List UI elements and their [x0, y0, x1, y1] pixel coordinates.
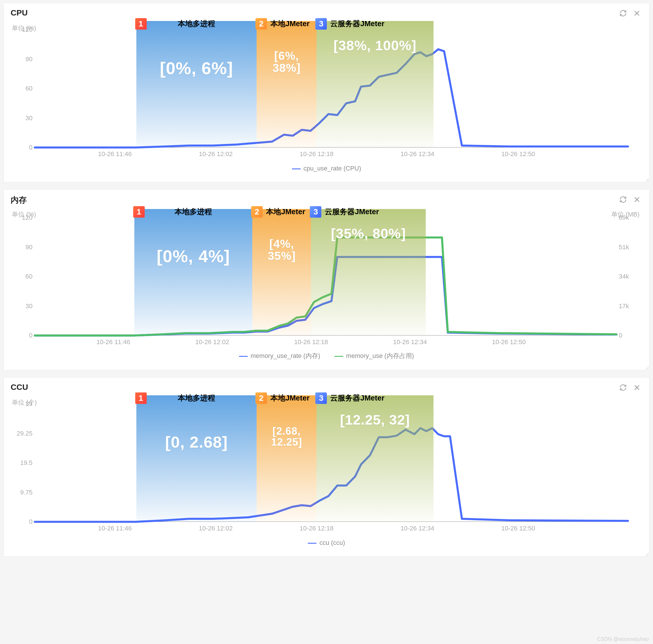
- legend-swatch: [335, 356, 343, 357]
- y-tick: 30: [26, 115, 32, 122]
- legend-swatch: [292, 169, 300, 169]
- resize-handle[interactable]: [644, 365, 649, 369]
- y-tick: 9.75: [20, 489, 32, 496]
- y-tick: 120: [22, 26, 32, 33]
- legend-item[interactable]: cpu_use_rate (CPU): [292, 165, 361, 172]
- x-ticks: 10-26 11:4610-26 12:0210-26 12:1810-26 1…: [35, 525, 628, 533]
- legend: ccu (ccu): [10, 539, 643, 547]
- x-tick: 10-26 12:02: [199, 150, 233, 158]
- plot[interactable]: 030609012010-26 11:4610-26 12:0210-26 12…: [35, 30, 628, 148]
- x-tick: 10-26 11:46: [96, 339, 130, 346]
- series-line: [35, 49, 628, 148]
- panel-tools: [619, 196, 640, 203]
- y-tick-right: 34k: [619, 273, 629, 280]
- y-tick: 0: [29, 144, 32, 151]
- series-line: [35, 238, 616, 336]
- panel-title: CCU: [10, 383, 643, 392]
- band-badge: 1: [133, 206, 145, 218]
- panel-cpu: CPU单位 (%)030609012010-26 11:4610-26 12:0…: [3, 3, 650, 182]
- legend-label: memory_use (内存占用): [346, 352, 414, 360]
- x-tick: 10-26 12:18: [300, 150, 333, 158]
- y-tick: 39: [26, 400, 32, 408]
- close-icon[interactable]: [633, 9, 640, 17]
- x-tick: 10-26 12:50: [501, 150, 535, 158]
- close-icon[interactable]: [633, 196, 640, 203]
- y-tick: 30: [26, 302, 32, 310]
- band-title: 本地多进程: [178, 19, 215, 29]
- band-title: 本地JMeter: [270, 19, 310, 29]
- resize-handle[interactable]: [644, 177, 649, 181]
- refresh-icon[interactable]: [619, 196, 627, 203]
- refresh-icon[interactable]: [619, 9, 627, 17]
- x-tick: 10-26 12:02: [199, 525, 233, 532]
- band-title: 云服务器JMeter: [325, 207, 379, 217]
- y-ticks: 0306090120: [15, 30, 32, 148]
- band-badge: 2: [256, 18, 267, 30]
- y-tick-right: 69k: [619, 214, 629, 221]
- legend-label: ccu (ccu): [319, 539, 345, 546]
- y-tick: 90: [26, 55, 32, 63]
- panel-tools: [619, 9, 640, 17]
- refresh-icon[interactable]: [619, 384, 627, 391]
- band-badge: 3: [310, 206, 321, 218]
- x-ticks: 10-26 11:4610-26 12:0210-26 12:1810-26 1…: [35, 339, 616, 346]
- x-tick: 10-26 12:50: [492, 339, 526, 346]
- panel-tools: [619, 384, 640, 391]
- legend-swatch: [239, 356, 248, 357]
- chart-area: 030609012010-26 11:4610-26 12:0210-26 12…: [10, 21, 643, 176]
- band-badge: 1: [135, 18, 147, 30]
- legend: memory_use_rate (内存)memory_use (内存占用): [10, 352, 643, 360]
- y-tick-right: 17k: [619, 302, 629, 310]
- panel-title: CPU: [10, 8, 643, 18]
- y-tick: 29.25: [17, 430, 32, 437]
- series-line: [35, 428, 628, 522]
- x-tick: 10-26 12:18: [300, 525, 333, 532]
- y-tick: 60: [26, 85, 32, 92]
- band-title: 本地JMeter: [270, 393, 310, 403]
- x-ticks: 10-26 11:4610-26 12:0210-26 12:1810-26 1…: [35, 150, 628, 158]
- y-ticks: 09.7519.529.2539: [15, 404, 32, 522]
- close-icon[interactable]: [633, 384, 640, 391]
- plot[interactable]: 0306090120017k34k51k69k10-26 11:4610-26 …: [35, 218, 616, 336]
- band-title: 本地JMeter: [266, 207, 305, 217]
- legend-label: memory_use_rate (内存): [250, 352, 320, 360]
- legend: cpu_use_rate (CPU): [10, 165, 643, 172]
- y-tick: 19.5: [20, 459, 32, 467]
- panel-title: 内存: [10, 195, 643, 205]
- legend-item[interactable]: memory_use (内存占用): [335, 352, 414, 360]
- x-tick: 10-26 11:46: [98, 150, 132, 158]
- y-tick: 120: [22, 214, 32, 221]
- series-svg: [35, 404, 628, 522]
- y-tick: 0: [29, 518, 32, 525]
- x-tick: 10-26 12:50: [501, 525, 535, 532]
- panel-mem: 内存单位 (%)单位 (MB)0306090120017k34k51k69k10…: [3, 189, 650, 370]
- x-tick: 10-26 12:18: [294, 339, 328, 346]
- legend-item[interactable]: ccu (ccu): [308, 539, 345, 547]
- x-tick: 10-26 11:46: [98, 525, 132, 532]
- y-tick: 90: [26, 244, 32, 251]
- series-svg: [35, 218, 616, 336]
- plot[interactable]: 09.7519.529.253910-26 11:4610-26 12:0210…: [35, 404, 628, 522]
- x-tick: 10-26 12:34: [401, 525, 434, 532]
- band-title: 本地多进程: [178, 393, 215, 403]
- band-title: 本地多进程: [175, 207, 212, 217]
- x-tick: 10-26 12:34: [393, 339, 427, 346]
- y-tick-right: 51k: [619, 244, 629, 251]
- band-badge: 1: [135, 392, 147, 404]
- band-title: 云服务器JMeter: [330, 19, 384, 29]
- band-badge: 3: [315, 392, 327, 404]
- y-ticks: 0306090120: [15, 218, 32, 336]
- y-tick: 60: [26, 273, 32, 280]
- resize-handle[interactable]: [644, 551, 649, 556]
- band-badge: 2: [256, 392, 267, 404]
- x-tick: 10-26 12:34: [401, 150, 434, 158]
- panel-ccu: CCU单位 (个)09.7519.529.253910-26 11:4610-2…: [3, 377, 650, 556]
- chart-area: 0306090120017k34k51k69k10-26 11:4610-26 …: [10, 209, 643, 364]
- legend-label: cpu_use_rate (CPU): [304, 165, 361, 172]
- x-tick: 10-26 12:02: [195, 339, 229, 346]
- series-svg: [35, 30, 628, 148]
- legend-swatch: [308, 543, 316, 544]
- legend-item[interactable]: memory_use_rate (内存): [239, 352, 320, 360]
- band-title: 云服务器JMeter: [330, 393, 384, 403]
- y-tick-right: 0: [619, 332, 622, 339]
